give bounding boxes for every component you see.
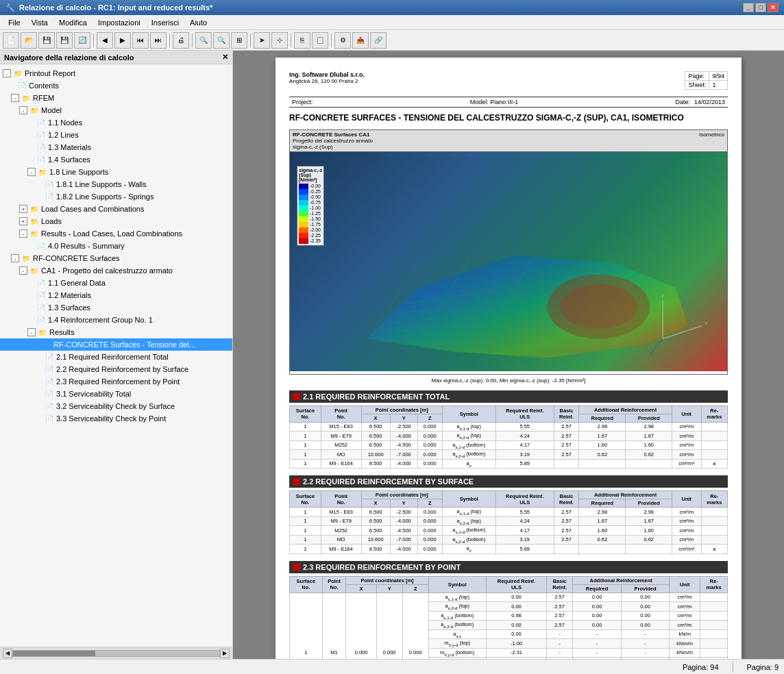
export-button[interactable]: 📤	[352, 32, 369, 49]
tree-reinfgroup[interactable]: 📄 1.4 Reinforcement Group No. 1	[0, 314, 232, 326]
tree-servpoint[interactable]: 📄 3.3 Serviceability Check by Point	[0, 412, 232, 425]
tree-reqtotal[interactable]: 📄 2.1 Required Reinforcement Total	[0, 351, 232, 363]
scroll-left-btn[interactable]: ◀	[3, 649, 12, 658]
expand-ca1[interactable]: -	[19, 266, 27, 275]
last-button[interactable]: ⏭	[150, 32, 167, 49]
expand-model[interactable]: -	[19, 106, 27, 114]
zoom-out-button[interactable]: 🔍	[213, 32, 230, 49]
content-area[interactable]: Ing. Software Dlubal s.r.o. Anglická 28,…	[233, 51, 784, 659]
tree-mat[interactable]: 📄 1.2 Materials	[0, 289, 232, 301]
page-label: Page:	[685, 72, 709, 81]
iso-label: RF-CONCRETE Surfaces CA1	[293, 132, 373, 138]
new-button[interactable]: 📄	[3, 32, 19, 49]
report-title: RF-CONCRETE SURFACES - TENSIONE DEL CALC…	[289, 113, 728, 124]
expand-rfem[interactable]: -	[11, 94, 19, 102]
tree-ca1[interactable]: - 📁 CA1 - Progetto del calcestruzzo arma…	[0, 264, 232, 277]
expand-loads[interactable]: +	[19, 217, 27, 225]
tree-materials[interactable]: 📄 1.3 Materials	[0, 141, 232, 153]
folder-icon-ca1: 📁	[29, 265, 40, 276]
navigator-close[interactable]: ✕	[222, 53, 228, 62]
refresh-button[interactable]: 🔄	[74, 32, 90, 49]
window-title: Relazione di calcolo - RC1: Input and re…	[19, 3, 212, 12]
tree-summary[interactable]: 📄 4.0 Results - Summary	[0, 240, 232, 252]
tree-surfaces[interactable]: 📄 1.4 Surfaces	[0, 153, 232, 166]
tree-walls[interactable]: 📄 1.8.1 Line Supports - Walls	[0, 178, 232, 190]
forward-button[interactable]: ▶	[114, 32, 131, 49]
window-controls: _ □ ✕	[743, 3, 779, 12]
th22-x: X	[361, 499, 390, 508]
table-row: 1M9 - E796.500-4.0000.000as,2-d (top)4.2…	[290, 516, 728, 526]
doc-icon-serv: 📄	[44, 388, 55, 399]
tree-nodes[interactable]: 📄 1.1 Nodes	[0, 116, 232, 129]
open-button[interactable]: 📂	[21, 32, 37, 49]
tree-rfconcrete[interactable]: - 📁 RF-CONCRETE Surfaces	[0, 252, 232, 264]
tree-reqsurface[interactable]: 📄 2.2 Required Reinforcement by Surface	[0, 363, 232, 375]
doc-icon-reqpoint: 📄	[44, 376, 55, 387]
save-button[interactable]: 💾	[38, 32, 55, 49]
tree-loadcases[interactable]: + 📁 Load Cases and Combinations	[0, 203, 232, 215]
eye-icon-tensione: 👁	[41, 339, 52, 350]
table-row: 1M9 - E796.500-4.0000.000as,2-d (top)4.2…	[290, 432, 728, 441]
expand-res[interactable]: -	[27, 328, 36, 336]
print-button[interactable]: 🖨	[173, 32, 189, 49]
tree-loads[interactable]: + 📁 Loads	[0, 215, 232, 227]
expand-linesupports[interactable]: -	[27, 168, 36, 176]
zoom-in-button[interactable]: 🔍	[195, 32, 212, 49]
expand-results[interactable]: -	[19, 229, 27, 238]
th-surf-no: SurfaceNo.	[290, 405, 321, 422]
tree-serv-label: 3.1 Serviceability Total	[56, 390, 131, 398]
menu-modifica[interactable]: Modifica	[53, 17, 93, 28]
close-button[interactable]: ✕	[768, 3, 779, 12]
tree-reqpoint[interactable]: 📄 2.3 Required Reinforcement by Point	[0, 375, 232, 388]
scroll-right-btn[interactable]: ▶	[220, 649, 230, 658]
report-header: Ing. Software Dlubal s.r.o. Anglická 28,…	[289, 71, 728, 90]
tree-model[interactable]: - 📁 Model	[0, 104, 232, 116]
first-button[interactable]: ⏮	[132, 32, 149, 49]
tree-contents[interactable]: 📄 Contents	[0, 79, 232, 92]
cursor-button[interactable]: ➤	[254, 32, 270, 49]
tree-serv[interactable]: 📄 3.1 Serviceability Total	[0, 388, 232, 400]
link-button[interactable]: 🔗	[370, 32, 387, 49]
title-bar: 🔧 Relazione di calcolo - RC1: Input and …	[0, 0, 784, 15]
maximize-button[interactable]: □	[755, 3, 766, 12]
tree-rfem[interactable]: - 📁 RFEM	[0, 92, 232, 104]
tree-rfem-label: RFEM	[33, 94, 54, 102]
tree-gendata-label: 1.1 General Data	[48, 279, 106, 287]
tree-gendata[interactable]: 📄 1.1 General Data	[0, 277, 232, 289]
save-all-button[interactable]: 💾	[56, 32, 73, 49]
expand-rfconcrete[interactable]: -	[11, 254, 19, 262]
th-addl: Additional Reinforcement	[579, 405, 672, 414]
table-row: 1M9 - E1648.500-4.0000.000av5.89cm²/m²a	[290, 459, 728, 469]
minimize-button[interactable]: _	[743, 3, 754, 12]
tree-results[interactable]: - 📁 Results - Load Cases, Load Combinati…	[0, 227, 232, 240]
tree-tensione[interactable]: 👁 RF-CONCRETE Surfaces - Tensione del...	[0, 338, 232, 351]
paste-button[interactable]: 📋	[312, 32, 328, 49]
th22-symbol: Symbol	[442, 491, 495, 508]
menu-file[interactable]: File	[3, 17, 26, 28]
tree-reinfgroup-label: 1.4 Reinforcement Group No. 1	[48, 316, 153, 324]
copy-button[interactable]: ⎘	[294, 32, 310, 49]
menu-vista[interactable]: Vista	[26, 17, 53, 28]
tree-res[interactable]: - 📁 Results	[0, 326, 232, 338]
tree-linesupports[interactable]: - 📁 1.8 Line Supports	[0, 166, 232, 178]
expand-printout[interactable]: -	[3, 69, 11, 77]
back-button[interactable]: ◀	[97, 32, 113, 49]
navigator-panel: Navigatore della relazione di calcolo ✕ …	[0, 51, 233, 659]
settings-button[interactable]: ⚙	[334, 32, 351, 49]
iso-svg: x z y	[290, 152, 727, 371]
tree-servsurf[interactable]: 📄 3.2 Serviceability Check by Surface	[0, 400, 232, 412]
zoom-fit-button[interactable]: ⊞	[231, 32, 247, 49]
menu-aiuto[interactable]: Aiuto	[184, 17, 212, 28]
tree-lines[interactable]: 📄 1.2 Lines	[0, 129, 232, 141]
nav-scrollbar[interactable]	[12, 650, 220, 657]
tree-printout[interactable]: - 📁 Printout Report	[0, 67, 232, 79]
nav-horizontal-scroll[interactable]: ◀ ▶	[0, 647, 232, 659]
menu-inserisci[interactable]: Inserisci	[146, 17, 184, 28]
menu-impostazioni[interactable]: Impostazioni	[93, 17, 146, 28]
select-button[interactable]: ⊹	[271, 32, 288, 49]
expand-loadcases[interactable]: +	[19, 205, 27, 213]
tree-springs[interactable]: 📄 1.8.2 Line Supports - Springs	[0, 190, 232, 203]
doc-icon-walls: 📄	[44, 179, 55, 190]
folder-icon-rfconcrete: 📁	[21, 253, 32, 264]
tree-surf[interactable]: 📄 1.3 Surfaces	[0, 301, 232, 314]
